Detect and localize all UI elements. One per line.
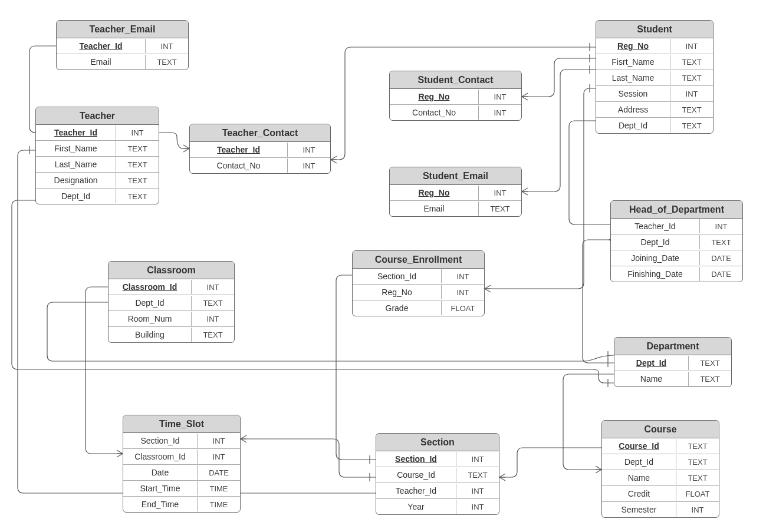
column-name: Session bbox=[596, 87, 670, 101]
crowfoot-icon bbox=[183, 145, 189, 152]
column-row: Section_IdINT bbox=[123, 433, 240, 449]
column-name: Finishing_Date bbox=[611, 267, 700, 281]
column-type: INT bbox=[670, 39, 713, 53]
column-type: TEXT bbox=[192, 296, 234, 310]
column-row: Dept_IdTEXT bbox=[602, 454, 719, 470]
column-row: Room_NumINT bbox=[108, 311, 234, 327]
entity-title: Head_of_Department bbox=[611, 201, 742, 219]
column-name: Section_Id bbox=[123, 434, 198, 448]
entity-student_contact[interactable]: Student_ContactReg_NoINTContact_NoINT bbox=[389, 71, 522, 121]
crowfoot-icon bbox=[596, 466, 601, 473]
column-type: TEXT bbox=[670, 55, 713, 69]
entity-classroom[interactable]: ClassroomClassroom_IdINTDept_IdTEXTRoom_… bbox=[108, 261, 235, 343]
column-name: Designation bbox=[36, 173, 116, 187]
column-type: FLOAT bbox=[442, 302, 484, 315]
column-name-pk: Section_Id bbox=[376, 452, 456, 466]
entity-title: Course bbox=[602, 421, 719, 438]
entity-course[interactable]: CourseCourse_IdTEXTDept_IdTEXTNameTEXTCr… bbox=[601, 420, 719, 518]
er-diagram-canvas: Teacher_EmailTeacher_IdINTEmailTEXTTeach… bbox=[0, 0, 776, 532]
column-name: Email bbox=[390, 201, 479, 216]
column-type: INT bbox=[456, 500, 499, 514]
column-type: TEXT bbox=[689, 372, 731, 386]
column-row: Teacher_IdINT bbox=[36, 125, 159, 141]
column-row: EmailTEXT bbox=[57, 54, 188, 70]
column-name-pk: Reg_No bbox=[390, 90, 479, 104]
column-type: TEXT bbox=[116, 190, 159, 203]
column-name-pk: Teacher_Id bbox=[57, 39, 146, 53]
column-type: INT bbox=[198, 434, 240, 448]
column-row: Last_NameTEXT bbox=[596, 70, 713, 86]
entity-course_enrollment[interactable]: Course_EnrollmentSection_IdINTReg_NoINTG… bbox=[352, 250, 485, 316]
column-name: Contact_No bbox=[390, 105, 479, 120]
column-row: Teacher_IdINT bbox=[376, 483, 499, 499]
column-type: INT bbox=[192, 312, 234, 326]
column-row: Contact_NoINT bbox=[390, 105, 521, 120]
entity-department[interactable]: DepartmentDept_IdTEXTNameTEXT bbox=[614, 337, 732, 387]
column-type: TEXT bbox=[670, 119, 713, 133]
column-type: TEXT bbox=[676, 471, 719, 485]
entity-teacher_email[interactable]: Teacher_EmailTeacher_IdINTEmailTEXT bbox=[56, 20, 189, 70]
column-name: Room_Num bbox=[108, 312, 192, 326]
relationship-connector bbox=[241, 439, 376, 477]
crowfoot-icon bbox=[522, 188, 528, 195]
column-type: INT bbox=[479, 106, 521, 120]
column-name: Dept_Id bbox=[611, 235, 700, 249]
column-row: Course_IdTEXT bbox=[602, 438, 719, 454]
entity-student[interactable]: StudentReg_NoINTFisrt_NameTEXTLast_NameT… bbox=[596, 20, 713, 134]
column-row: DesignationTEXT bbox=[36, 173, 159, 189]
column-name: Semester bbox=[602, 503, 676, 517]
column-row: Section_IdINT bbox=[376, 451, 499, 467]
relationship-connector bbox=[522, 58, 596, 97]
column-row: Fisrt_NameTEXT bbox=[596, 54, 713, 70]
column-name: Section_Id bbox=[353, 269, 442, 283]
column-row: Dept_IdTEXT bbox=[611, 234, 742, 250]
entity-head_of_department[interactable]: Head_of_DepartmentTeacher_IdINTDept_IdTE… bbox=[610, 200, 743, 282]
entity-title: Student_Email bbox=[390, 167, 521, 185]
column-name: Dept_Id bbox=[36, 189, 116, 203]
column-name: Dept_Id bbox=[108, 296, 192, 310]
column-type: TIME bbox=[198, 482, 240, 495]
entity-teacher[interactable]: TeacherTeacher_IdINTFirst_NameTEXTLast_N… bbox=[35, 107, 159, 204]
column-type: INT bbox=[479, 90, 521, 104]
column-name: Dept_Id bbox=[596, 118, 670, 133]
column-name-pk: Teacher_Id bbox=[190, 143, 288, 157]
column-name: Grade bbox=[353, 301, 442, 315]
crowfoot-icon bbox=[241, 435, 246, 442]
column-type: INT bbox=[442, 286, 484, 299]
entity-title: Student_Contact bbox=[390, 71, 521, 89]
column-row: Dept_IdTEXT bbox=[108, 295, 234, 311]
column-row: Joining_DateDATE bbox=[611, 250, 742, 266]
column-type: INT bbox=[442, 270, 484, 283]
column-row: Contact_NoINT bbox=[190, 158, 330, 173]
entity-title: Time_Slot bbox=[123, 415, 240, 433]
column-row: Reg_NoINT bbox=[596, 38, 713, 54]
column-type: TEXT bbox=[700, 236, 742, 249]
column-row: Teacher_IdINT bbox=[57, 38, 188, 54]
column-row: YearINT bbox=[376, 499, 499, 514]
column-type: INT bbox=[116, 126, 159, 140]
entity-teacher_contact[interactable]: Teacher_ContactTeacher_IdINTContact_NoIN… bbox=[189, 124, 331, 174]
column-name-pk: Classroom_Id bbox=[108, 280, 192, 294]
column-type: TEXT bbox=[456, 468, 499, 482]
entity-title: Teacher bbox=[36, 107, 159, 125]
entity-title: Teacher_Email bbox=[57, 21, 188, 38]
entity-title: Department bbox=[614, 338, 731, 355]
column-type: FLOAT bbox=[676, 487, 719, 501]
column-row: Classroom_IdINT bbox=[123, 449, 240, 465]
column-type: TEXT bbox=[116, 174, 159, 187]
relationship-connector bbox=[159, 133, 189, 148]
column-name: Teacher_Id bbox=[376, 484, 456, 498]
column-name: Name bbox=[614, 372, 689, 386]
column-type: INT bbox=[479, 186, 521, 200]
entity-section[interactable]: SectionSection_IdINTCourse_IdTEXTTeacher… bbox=[376, 433, 499, 515]
entity-time_slot[interactable]: Time_SlotSection_IdINTClassroom_IdINTDat… bbox=[123, 415, 241, 513]
column-row: CreditFLOAT bbox=[602, 486, 719, 502]
column-type: INT bbox=[192, 280, 234, 294]
entity-student_email[interactable]: Student_EmailReg_NoINTEmailTEXT bbox=[389, 167, 522, 217]
column-name: Credit bbox=[602, 487, 676, 501]
crowfoot-icon bbox=[499, 474, 505, 481]
column-row: Course_IdTEXT bbox=[376, 467, 499, 483]
crowfoot-icon bbox=[485, 285, 491, 292]
column-type: DATE bbox=[700, 252, 742, 265]
crowfoot-icon bbox=[117, 450, 123, 457]
